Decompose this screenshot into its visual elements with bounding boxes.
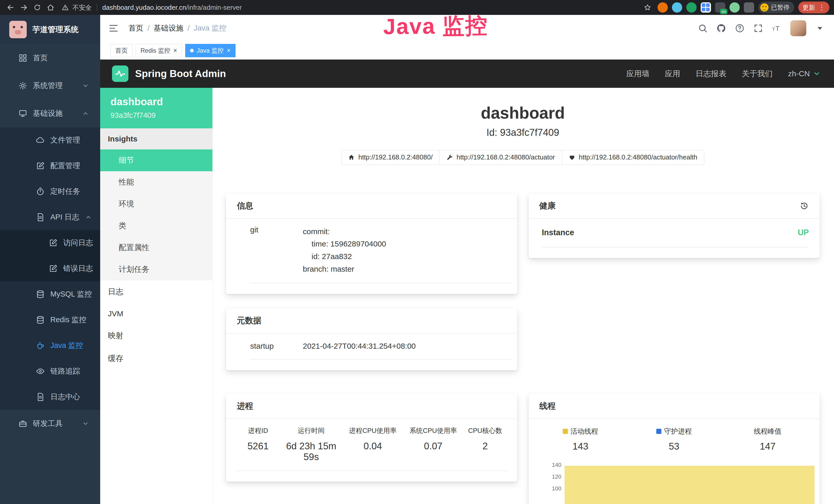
legend-label: 活动线程	[570, 427, 598, 436]
sidebar-group-caches[interactable]: 缓存	[100, 347, 213, 370]
admin-sidebar: 芋道管理系统 首页 系统管理 基础设施	[0, 15, 100, 504]
service-url-button[interactable]: http://192.168.0.2:48080/	[341, 150, 439, 165]
sba-nav-about[interactable]: 关于我们	[742, 69, 773, 79]
sba-nav-wallboard[interactable]: 应用墙	[626, 69, 649, 79]
tab-home[interactable]: 首页	[110, 44, 133, 57]
menu-item-scheduled-tasks[interactable]: 定时任务	[0, 179, 100, 204]
menu-item-config-management[interactable]: 配置管理	[0, 153, 100, 179]
sba-nav-journal[interactable]: 日志报表	[696, 69, 726, 79]
health-url: http://192.168.0.2:48080/actuator/health	[579, 153, 697, 161]
language-selector[interactable]: zh-CN	[788, 69, 821, 78]
threads-legend: 活动线程 143 守护进程 53	[534, 427, 815, 452]
extension-icon[interactable]	[686, 2, 697, 13]
star-icon	[644, 4, 651, 11]
close-icon[interactable]: ×	[227, 47, 231, 54]
breadcrumb-home[interactable]: 首页	[128, 23, 143, 33]
document-icon	[36, 213, 45, 222]
menu-item-java-monitor[interactable]: Java 监控	[0, 333, 100, 359]
extension-icon[interactable]	[672, 2, 682, 13]
back-button[interactable]	[5, 2, 17, 13]
document-icon	[36, 393, 45, 401]
sidebar-item-metrics[interactable]: 性能	[100, 171, 213, 193]
menu-item-api-logs[interactable]: API 日志	[0, 204, 100, 230]
menu-item-system-management[interactable]: 系统管理	[0, 72, 100, 100]
close-icon[interactable]: ×	[173, 47, 177, 54]
menu-item-link-tracing[interactable]: 链路追踪	[0, 359, 100, 384]
language-value: zh-CN	[788, 69, 810, 78]
menu-item-mysql-monitor[interactable]: MySQL 监控	[0, 281, 100, 307]
menu-label: 错误日志	[63, 264, 93, 274]
extension-icon-with-on-badge[interactable]: on	[715, 2, 725, 13]
menu-item-redis-monitor[interactable]: Redis 监控	[0, 307, 100, 333]
menu-label: 定时任务	[50, 186, 80, 197]
smiley-avatar-icon	[760, 3, 768, 12]
profile-paused-badge[interactable]: 已暂停	[758, 2, 794, 13]
menu-item-dev-tools[interactable]: 研发工具	[0, 410, 100, 437]
security-label[interactable]: 不安全	[72, 3, 92, 12]
card-header: 进程	[226, 394, 517, 419]
caret-down-icon[interactable]	[815, 23, 825, 33]
tab-redis-monitor[interactable]: Redis 监控 ×	[136, 44, 182, 57]
bookmark-star-button[interactable]	[642, 2, 654, 13]
update-button[interactable]: 更新 ⋮	[798, 2, 829, 13]
extension-icon[interactable]	[658, 2, 668, 13]
help-icon[interactable]	[735, 23, 745, 33]
sidebar-item-environment[interactable]: 环境	[100, 193, 213, 215]
app-logo[interactable]: 芋道管理系统	[0, 15, 100, 44]
sidebar-group-insights[interactable]: Insights	[100, 129, 213, 150]
actuator-url-button[interactable]: http://192.168.0.2:48080/actuator	[439, 150, 562, 165]
sidebar-item-config-properties[interactable]: 配置属性	[100, 237, 213, 258]
menu-item-infrastructure[interactable]: 基础设施	[0, 100, 100, 127]
spring-boot-admin-logo[interactable]	[112, 66, 128, 82]
sba-brand-title[interactable]: Spring Boot Admin	[135, 68, 226, 79]
reload-button[interactable]	[31, 2, 43, 13]
extensions-puzzle-icon[interactable]	[744, 2, 754, 13]
home-button[interactable]	[45, 2, 57, 13]
sidebar-item-classes[interactable]: 类	[100, 215, 213, 237]
search-icon[interactable]	[698, 23, 708, 33]
history-icon[interactable]	[799, 201, 809, 210]
user-avatar[interactable]	[790, 20, 806, 36]
sidebar-item-details[interactable]: 细节	[100, 150, 213, 171]
menu-item-home[interactable]: 首页	[0, 44, 100, 72]
gear-icon	[19, 82, 27, 90]
menu-item-log-center[interactable]: 日志中心	[0, 384, 100, 410]
extension-grid-icon[interactable]	[701, 2, 711, 13]
menu-item-file-management[interactable]: 文件管理	[0, 127, 100, 153]
sidebar-toggle-button[interactable]	[107, 22, 120, 35]
address-bar[interactable]: 不安全 dashboard.yudao.iocoder.cn/infra/adm…	[62, 3, 242, 12]
fullscreen-icon[interactable]	[753, 23, 763, 33]
url-text[interactable]: dashboard.yudao.iocoder.cn/infra/admin-s…	[102, 4, 242, 12]
extension-icon[interactable]	[729, 2, 740, 13]
health-url-button[interactable]: http://192.168.0.2:48080/actuator/health	[562, 150, 704, 165]
sidebar-group-mappings[interactable]: 映射	[100, 324, 213, 347]
font-size-icon[interactable]	[772, 23, 782, 33]
menu-label: 文件管理	[50, 135, 80, 145]
chart-y-axis: 140 120 100	[547, 462, 565, 504]
java-cup-icon	[36, 341, 45, 350]
log-document-icon	[49, 264, 58, 273]
sidebar-group-jvm[interactable]: JVM	[100, 303, 213, 324]
instance-header[interactable]: dashboard 93a3fc7f7409	[100, 88, 213, 129]
header-actions	[698, 20, 825, 36]
menu-label: 首页	[33, 53, 48, 63]
menu-item-access-logs[interactable]: 访问日志	[0, 230, 100, 256]
sidebar-group-logging[interactable]: 日志	[100, 280, 213, 303]
process-value: 5261	[236, 441, 280, 452]
browser-menu-icon[interactable]: ⋮	[818, 3, 825, 12]
sba-main-content: dashboard Id: 93a3fc7f7409 http://192.16…	[213, 88, 834, 504]
menu-label: MySQL 监控	[50, 289, 92, 299]
legend-peak-threads: 线程峰值 147	[721, 427, 815, 452]
sba-sidebar: dashboard 93a3fc7f7409 Insights 细节 性能 环境…	[100, 88, 213, 504]
legend-value: 147	[721, 441, 815, 452]
detail-cards: 信息 git commit: time: 1596289704000	[226, 193, 820, 504]
tab-java-monitor[interactable]: Java 监控 ×	[185, 44, 236, 57]
process-column-process-cpu: 进程CPU使用率 0.04	[343, 426, 403, 462]
forward-button[interactable]	[18, 2, 30, 13]
sba-nav-applications[interactable]: 应用	[665, 69, 680, 79]
menu-item-error-logs[interactable]: 错误日志	[0, 256, 100, 281]
breadcrumb-infrastructure[interactable]: 基础设施	[154, 23, 183, 33]
sidebar-item-scheduled-tasks[interactable]: 计划任务	[100, 258, 213, 280]
info-key: git	[250, 225, 303, 275]
github-icon[interactable]	[716, 23, 726, 33]
